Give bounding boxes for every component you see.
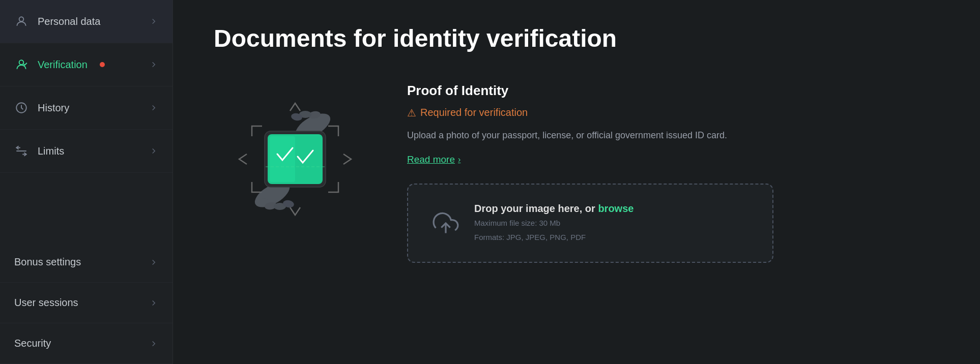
info-panel: Proof of Identity ⚠ Required for verific… [407,78,939,263]
warning-icon: ⚠ [407,107,416,119]
page-title: Documents for identity verification [214,25,939,52]
drop-size-limit: Maximum file size: 30 Mb [474,218,633,229]
sidebar-item-security[interactable]: Security [0,323,172,364]
proof-of-identity-title: Proof of Identity [407,83,939,99]
sidebar: Personal data Verification [0,0,173,364]
chevron-right-icon-security [149,339,158,348]
browse-link[interactable]: browse [598,203,633,214]
main-content: Documents for identity verification [173,0,980,364]
sidebar-label-bonus-settings: Bonus settings [14,256,81,268]
limits-icon [14,144,28,158]
chevron-right-icon-limits [149,146,158,156]
chevron-right-icon-history [149,103,158,112]
phone-scan-illustration [224,88,366,230]
chevron-right-icon-sessions [149,298,158,308]
file-drop-zone[interactable]: Drop your image here, or browse Maximum … [407,184,773,263]
illustration-area [214,78,377,240]
sidebar-item-user-sessions[interactable]: User sessions [0,283,172,323]
required-badge: ⚠ Required for verification [407,107,939,119]
upload-icon [433,210,459,236]
chevron-right-icon-bonus [149,258,158,267]
read-more-link[interactable]: Read more › [407,154,460,165]
sidebar-label-user-sessions: User sessions [14,297,78,309]
required-label: Required for verification [420,107,528,118]
read-more-text: Read more [407,154,455,165]
sidebar-item-personal-data[interactable]: Personal data [0,0,172,43]
verification-section: Proof of Identity ⚠ Required for verific… [214,78,939,263]
sidebar-item-bonus-settings[interactable]: Bonus settings [0,242,172,283]
drop-prefix-text: Drop your image here, or [474,203,598,214]
sidebar-label-verification: Verification [38,59,88,71]
read-more-chevron-icon: › [458,155,460,164]
sidebar-label-personal-data: Personal data [38,16,100,27]
sidebar-label-limits: Limits [38,145,64,157]
history-icon [14,101,28,115]
svg-point-1 [19,60,24,65]
notification-dot [100,62,105,67]
chevron-right-icon [149,17,158,26]
drop-main-text: Drop your image here, or browse [474,203,633,215]
person-icon [14,14,28,28]
svg-point-0 [19,17,24,21]
drop-formats: Formats: JPG, JPEG, PNG, PDF [474,232,633,244]
sidebar-item-verification[interactable]: Verification [0,43,172,86]
chevron-right-icon-verification [149,60,158,69]
sidebar-label-security: Security [14,338,51,349]
sidebar-label-history: History [38,102,69,114]
proof-description: Upload a photo of your passport, license… [407,128,763,143]
sidebar-item-history[interactable]: History [0,86,172,130]
verification-icon [14,57,28,72]
drop-zone-text: Drop your image here, or browse Maximum … [474,203,633,244]
sidebar-item-limits[interactable]: Limits [0,130,172,173]
